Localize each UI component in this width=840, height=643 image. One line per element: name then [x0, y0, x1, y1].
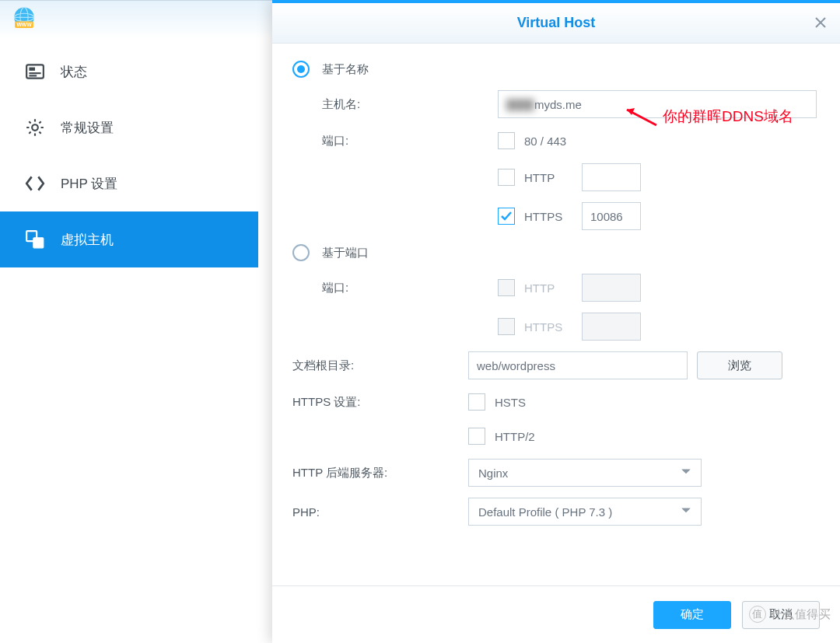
www-globe-icon: WWW: [11, 5, 37, 34]
ok-button[interactable]: 确定: [653, 601, 731, 629]
sidebar-item-status[interactable]: 状态: [0, 44, 258, 100]
modal-title: Virtual Host: [517, 15, 596, 31]
sidebar-item-php[interactable]: PHP 设置: [0, 156, 258, 211]
checkbox-portmode-http: [498, 279, 515, 296]
checkbox-80-443[interactable]: [498, 132, 515, 149]
hostname-label: 主机名:: [292, 97, 498, 112]
docroot-input[interactable]: [468, 351, 688, 379]
portmode-https-port: [582, 313, 641, 341]
svg-rect-7: [29, 68, 35, 71]
radio-port-based[interactable]: [292, 244, 310, 261]
sidebar: 状态 常规设置 PHP 设置 虚拟主机: [0, 39, 258, 643]
svg-rect-12: [33, 238, 44, 248]
modal-header: Virtual Host: [272, 3, 840, 44]
https-port-input[interactable]: [582, 202, 641, 230]
sidebar-item-label: PHP 设置: [61, 175, 117, 193]
svg-point-10: [32, 124, 38, 131]
gear-icon: [23, 117, 47, 138]
sidebar-item-label: 常规设置: [61, 119, 114, 137]
portmode-https-text: HTTPS: [524, 320, 572, 334]
radio-name-based[interactable]: [292, 61, 310, 78]
portmode-http-text: HTTP: [524, 281, 572, 295]
checkbox-http2[interactable]: [468, 428, 485, 445]
php-profile-label: PHP:: [292, 505, 468, 519]
docroot-label: 文档根目录:: [292, 358, 468, 373]
https-text: HTTPS: [524, 210, 572, 223]
virtual-host-modal: Virtual Host 基于名称 主机名: ▇▇▇ myds.me: [272, 0, 840, 643]
browse-button[interactable]: 浏览: [697, 351, 782, 379]
http2-text: HTTP/2: [495, 430, 535, 443]
checkbox-portmode-https: [498, 318, 515, 335]
checkbox-https[interactable]: [498, 208, 515, 225]
backend-label: HTTP 后端服务器:: [292, 466, 468, 481]
sidebar-item-label: 虚拟主机: [61, 231, 114, 249]
http-port-input[interactable]: [582, 163, 641, 191]
chevron-down-icon: [681, 467, 691, 480]
http-text: HTTP: [524, 171, 572, 184]
sidebar-item-vhost[interactable]: 虚拟主机: [0, 211, 258, 267]
close-icon[interactable]: [812, 14, 829, 31]
backend-select[interactable]: Nginx: [468, 459, 702, 487]
https-settings-label: HTTPS 设置:: [292, 395, 468, 410]
checkbox-hsts[interactable]: [468, 393, 485, 411]
checkbox-http[interactable]: [498, 169, 515, 186]
status-icon: [23, 61, 47, 82]
portmode-http-port: [582, 274, 641, 302]
php-icon: [23, 173, 47, 194]
sidebar-item-label: 状态: [61, 63, 87, 81]
radio-port-based-label: 基于端口: [322, 246, 369, 260]
sidebar-item-general[interactable]: 常规设置: [0, 100, 258, 156]
hsts-text: HSTS: [495, 396, 526, 409]
port-mode-port-label: 端口:: [292, 281, 498, 295]
hostname-input[interactable]: ▇▇▇ myds.me: [498, 90, 817, 118]
port-80-443-text: 80 / 443: [524, 135, 566, 148]
svg-text:WWW: WWW: [16, 22, 32, 27]
port-label: 端口:: [292, 134, 498, 149]
radio-name-based-label: 基于名称: [322, 62, 369, 77]
php-select[interactable]: Default Profile ( PHP 7.3 ): [468, 498, 702, 526]
chevron-down-icon: [681, 505, 691, 519]
vhost-icon: [23, 229, 47, 250]
cancel-button[interactable]: 取消: [742, 601, 820, 629]
